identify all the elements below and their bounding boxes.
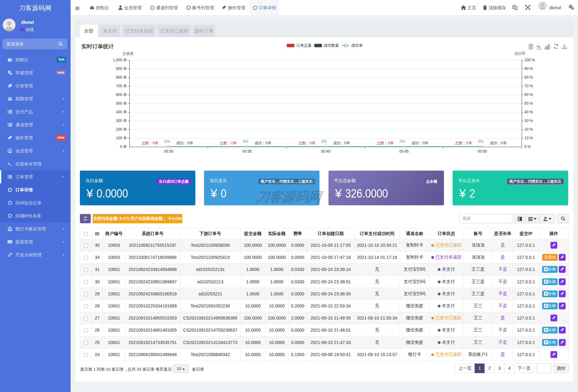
svg-text:70 %: 70 % xyxy=(524,84,533,88)
svg-text:00:35: 00:35 xyxy=(242,149,252,154)
svg-text:VISA: VISA xyxy=(8,241,12,243)
svg-text:90 %: 90 % xyxy=(524,67,533,71)
svg-text:600 单: 600 单 xyxy=(116,93,127,97)
svg-text:实时订单统计: 实时订单统计 xyxy=(81,43,114,50)
svg-text:总数：0单: 总数：0单 xyxy=(298,141,315,145)
svg-text:总数：0单: 总数：0单 xyxy=(219,141,237,145)
svg-text:交易量: 交易量 xyxy=(123,51,134,56)
svg-text:500 单: 500 单 xyxy=(116,101,127,106)
svg-text:0 单: 0 单 xyxy=(120,145,127,149)
svg-text:400 单: 400 单 xyxy=(116,110,127,114)
svg-text:20 %: 20 % xyxy=(524,127,533,132)
svg-text:成功：0单: 成功：0单 xyxy=(411,141,428,145)
svg-text:0%: 0% xyxy=(478,139,484,144)
svg-text:00:45: 00:45 xyxy=(399,149,409,154)
svg-text:成功率: 成功率 xyxy=(514,51,525,56)
svg-text:总数：0单: 总数：0单 xyxy=(376,141,394,145)
svg-text:0%: 0% xyxy=(400,139,405,144)
svg-text:50 %: 50 % xyxy=(524,101,533,106)
svg-text:700 单: 700 单 xyxy=(116,84,127,88)
svg-text:200 单: 200 单 xyxy=(116,127,127,132)
svg-text:总数：0单: 总数：0单 xyxy=(455,141,472,145)
svg-text:成功数量: 成功数量 xyxy=(324,43,339,48)
svg-text:00:50: 00:50 xyxy=(478,149,487,154)
svg-text:总数：0单: 总数：0单 xyxy=(141,141,159,145)
svg-text:00:40: 00:40 xyxy=(321,149,330,154)
svg-text:60 %: 60 % xyxy=(524,93,533,97)
svg-text:成功：0单: 成功：0单 xyxy=(254,141,272,145)
svg-text:成功率: 成功率 xyxy=(351,43,363,48)
svg-text:0%: 0% xyxy=(321,139,327,144)
svg-text:800 单: 800 单 xyxy=(116,75,127,80)
svg-text:0%: 0% xyxy=(164,139,170,144)
svg-text:300 单: 300 单 xyxy=(116,119,127,123)
svg-text:订单总量: 订单总量 xyxy=(296,43,312,48)
svg-text:100 %: 100 % xyxy=(524,58,535,62)
svg-text:10 %: 10 % xyxy=(524,136,533,140)
svg-text:成功：0单: 成功：0单 xyxy=(333,141,350,145)
svg-text:80 %: 80 % xyxy=(524,75,533,80)
svg-text:1,000 单: 1,000 单 xyxy=(113,58,127,62)
svg-text:0%: 0% xyxy=(243,139,248,144)
svg-text:00:30: 00:30 xyxy=(164,149,173,154)
svg-text:0 %: 0 % xyxy=(524,145,531,149)
svg-text:30 %: 30 % xyxy=(524,119,533,123)
svg-text:成功：0单: 成功：0单 xyxy=(176,141,193,145)
svg-text:100 单: 100 单 xyxy=(116,136,127,140)
svg-text:40 %: 40 % xyxy=(524,110,533,114)
svg-text:900 单: 900 单 xyxy=(116,67,127,71)
svg-text:成功：0单: 成功：0单 xyxy=(490,141,507,145)
